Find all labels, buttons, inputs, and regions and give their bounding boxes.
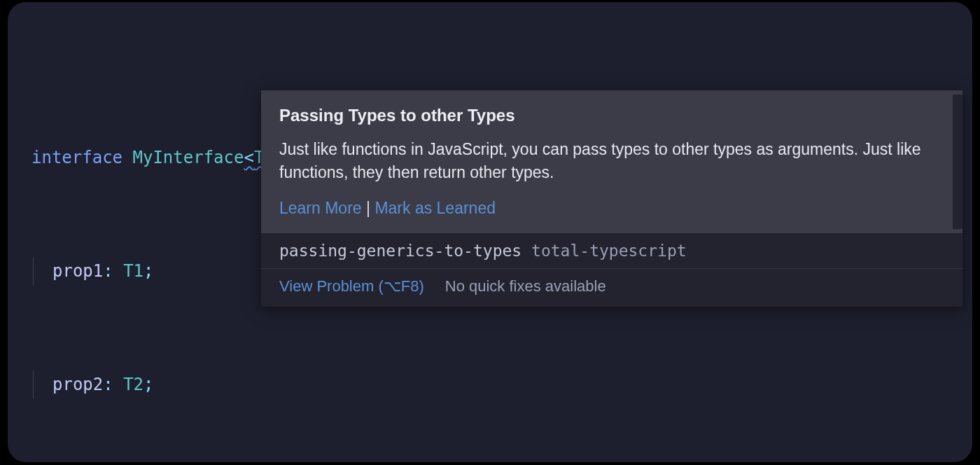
semicolon: ;	[144, 261, 153, 281]
hint-footer: View Problem (⌥F8)No quick fixes availab…	[261, 268, 962, 307]
type-ref: T1	[123, 261, 144, 281]
hint-content: Passing Types to other Types Just like f…	[261, 90, 962, 233]
code-line: prop2: T2;	[31, 370, 948, 399]
colon: :	[103, 375, 123, 394]
hint-title: Passing Types to other Types	[279, 106, 944, 125]
hint-body: Just like functions in JavaScript, you c…	[279, 138, 937, 185]
colon: :	[103, 261, 123, 281]
learn-more-link[interactable]: Learn More	[279, 199, 362, 217]
type-ref: T2	[123, 375, 144, 394]
view-problem-link[interactable]: View Problem (⌥F8)	[279, 277, 424, 295]
indent-guide	[33, 257, 52, 285]
angle-open: <	[244, 148, 253, 167]
hover-hint-popup: Passing Types to other Types Just like f…	[261, 90, 962, 307]
property: prop2	[52, 375, 103, 394]
hint-links: Learn More | Mark as Learned	[279, 199, 944, 218]
property: prop1	[52, 261, 103, 281]
semicolon: ;	[144, 375, 153, 394]
keyword-interface: interface	[31, 148, 133, 167]
no-quick-fixes-label: No quick fixes available	[445, 277, 606, 295]
mark-as-learned-link[interactable]: Mark as Learned	[374, 199, 496, 217]
indent-guide	[33, 370, 52, 398]
hint-source: passing-generics-to-types total-typescri…	[261, 233, 962, 268]
hint-source-package: total-typescript	[531, 242, 687, 260]
code-editor[interactable]: interface MyInterface<T1, T2> { prop1: T…	[8, 2, 972, 462]
type-name: MyInterface	[133, 148, 244, 167]
hint-source-slug: passing-generics-to-types	[279, 242, 522, 260]
link-separator: |	[362, 199, 375, 217]
